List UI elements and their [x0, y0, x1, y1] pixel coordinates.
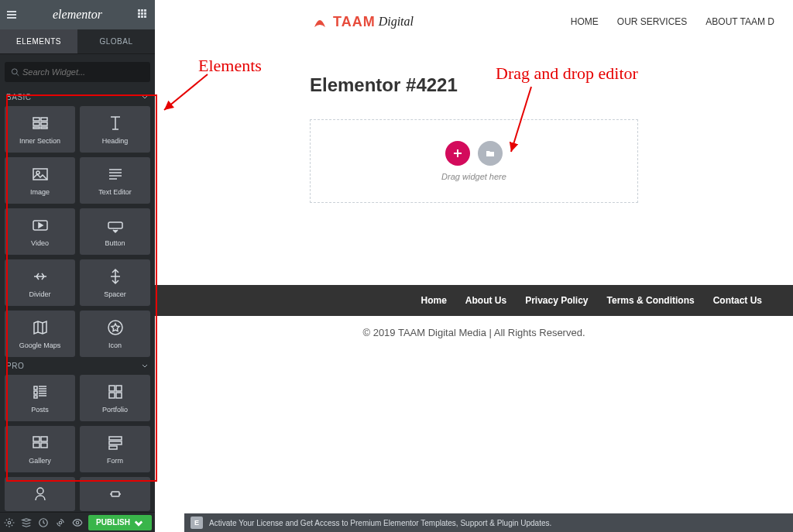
widget-gallery[interactable]: Gallery: [5, 426, 75, 472]
responsive-icon[interactable]: [54, 515, 67, 530]
svg-point-31: [76, 521, 79, 524]
svg-rect-3: [33, 122, 39, 125]
widget-icon[interactable]: Icon: [80, 311, 150, 357]
svg-rect-27: [112, 492, 119, 496]
widget-video[interactable]: Video: [5, 208, 75, 255]
tab-global[interactable]: GLOBAL: [77, 29, 155, 53]
widget-spacer[interactable]: Spacer: [80, 259, 150, 306]
widget-extra-1[interactable]: [5, 477, 75, 511]
widget-label: Inner Section: [19, 137, 60, 145]
widget-button[interactable]: Button: [80, 208, 150, 255]
add-section-button[interactable]: [445, 141, 470, 166]
widget-label: Divider: [29, 290, 50, 298]
history-icon[interactable]: [37, 515, 50, 530]
widget-label: Icon: [108, 342, 122, 349]
svg-rect-20: [41, 437, 47, 441]
site-footer-nav: Home About Us Privacy Policy Terms & Con…: [155, 285, 793, 316]
widget-label: Gallery: [29, 457, 51, 465]
logo-text-2: Digital: [379, 15, 414, 29]
svg-rect-23: [109, 437, 122, 440]
svg-rect-18: [116, 393, 122, 398]
svg-rect-6: [41, 127, 47, 129]
svg-rect-2: [41, 118, 47, 121]
svg-rect-16: [116, 386, 122, 391]
widget-heading[interactable]: Heading: [80, 106, 150, 153]
widget-label: Spacer: [104, 290, 126, 298]
widget-label: Posts: [31, 406, 49, 414]
svg-point-30: [59, 521, 62, 524]
widget-label: Button: [105, 239, 125, 247]
plus-icon: [452, 148, 463, 159]
panel-footer: PUBLISH: [0, 512, 155, 532]
svg-rect-19: [33, 437, 39, 441]
search-widget-input[interactable]: [5, 62, 150, 82]
footer-terms[interactable]: Terms & Conditions: [607, 295, 695, 306]
svg-rect-1: [33, 118, 39, 121]
widget-label: Portfolio: [102, 406, 128, 414]
svg-point-32: [318, 16, 321, 19]
svg-rect-21: [33, 443, 39, 448]
page-title: Elementor #4221: [310, 74, 638, 96]
widget-posts[interactable]: Posts: [5, 375, 75, 421]
navigator-icon[interactable]: [20, 515, 33, 530]
widget-portfolio[interactable]: Portfolio: [80, 375, 150, 421]
publish-button[interactable]: PUBLISH: [88, 515, 152, 530]
settings-icon[interactable]: [3, 515, 15, 530]
widget-label: Video: [31, 239, 49, 247]
elementor-logo: elementor: [53, 8, 102, 22]
drop-zone[interactable]: Drag widget here: [310, 119, 638, 203]
menu-icon[interactable]: [6, 9, 17, 20]
publish-button-label: PUBLISH: [96, 518, 130, 527]
nav-about[interactable]: ABOUT TAAM D: [705, 16, 774, 27]
license-bar-text: Activate Your License and Get Access to …: [209, 519, 551, 527]
section-pro[interactable]: PRO: [0, 357, 155, 375]
nav-home[interactable]: HOME: [571, 16, 599, 27]
template-button[interactable]: [478, 141, 503, 166]
footer-home[interactable]: Home: [421, 295, 446, 306]
site-logo[interactable]: TAAM Digital: [310, 12, 414, 32]
svg-rect-13: [34, 391, 37, 394]
site-header: TAAM Digital HOME OUR SERVICES ABOUT TAA…: [155, 0, 793, 43]
widget-label: Google Maps: [19, 342, 61, 349]
panel-header: elementor: [0, 0, 155, 29]
footer-privacy[interactable]: Privacy Policy: [525, 295, 588, 306]
svg-rect-10: [108, 222, 122, 228]
license-bar[interactable]: E Activate Your License and Get Access t…: [184, 513, 793, 532]
widget-text-editor[interactable]: Text Editor: [80, 157, 150, 204]
svg-rect-12: [34, 386, 37, 390]
widget-divider[interactable]: Divider: [5, 259, 75, 306]
widget-inner-section[interactable]: Inner Section: [5, 106, 75, 153]
widget-image[interactable]: Image: [5, 157, 75, 204]
apps-icon[interactable]: [138, 9, 149, 20]
widget-form[interactable]: Form: [80, 426, 150, 472]
drop-hint: Drag widget here: [441, 172, 506, 181]
footer-contact[interactable]: Contact Us: [713, 295, 762, 306]
svg-rect-25: [109, 446, 117, 449]
footer-about[interactable]: About Us: [465, 295, 506, 306]
widget-label: Heading: [102, 137, 129, 145]
section-basic[interactable]: BASIC: [0, 88, 155, 106]
svg-rect-5: [33, 127, 39, 129]
svg-point-0: [12, 69, 17, 74]
widget-google-maps[interactable]: Google Maps: [5, 311, 75, 357]
svg-rect-17: [109, 393, 115, 398]
svg-point-26: [37, 488, 43, 494]
site-nav: HOME OUR SERVICES ABOUT TAAM D: [571, 16, 774, 27]
widget-label: Text Editor: [98, 188, 132, 196]
svg-rect-14: [34, 396, 37, 398]
preview-icon[interactable]: [71, 515, 84, 530]
chevron-down-icon: [141, 362, 149, 370]
widget-extra-2[interactable]: [80, 477, 150, 511]
svg-rect-22: [41, 443, 47, 448]
section-basic-label: BASIC: [6, 93, 32, 101]
panel-tabs: ELEMENTS GLOBAL: [0, 29, 155, 54]
nav-services[interactable]: OUR SERVICES: [617, 16, 687, 27]
tab-elements[interactable]: ELEMENTS: [0, 29, 77, 53]
widget-label: Form: [107, 457, 123, 465]
search-field[interactable]: [22, 67, 144, 77]
logo-mark-icon: [310, 12, 330, 32]
widget-label: Image: [30, 188, 50, 196]
preview-canvas: TAAM Digital HOME OUR SERVICES ABOUT TAA…: [155, 0, 793, 532]
svg-point-28: [8, 521, 11, 524]
copyright: © 2019 TAAM Digital Media | All Rights R…: [155, 316, 793, 349]
